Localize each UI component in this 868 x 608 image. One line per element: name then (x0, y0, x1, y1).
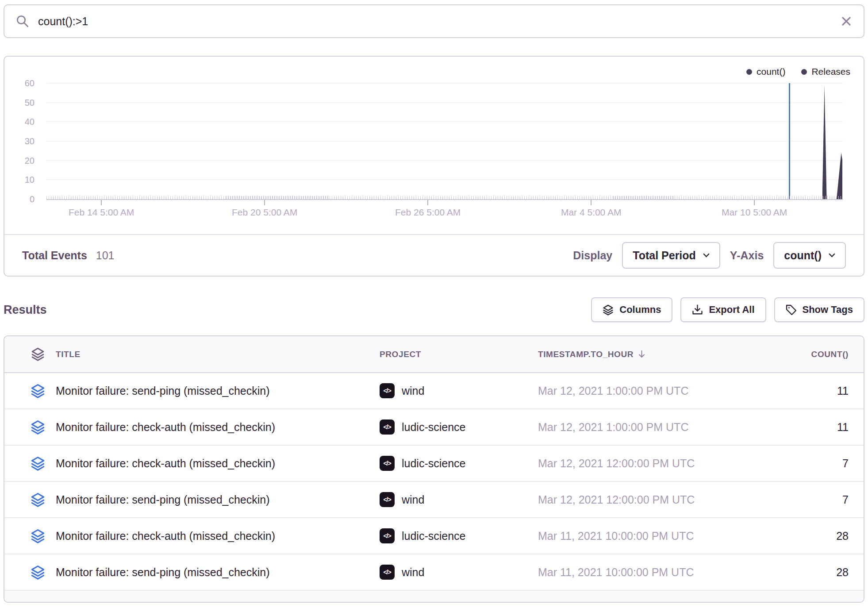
table-row[interactable]: Monitor failure: send-ping (missed_check… (4, 482, 864, 518)
column-header-timestamp[interactable]: TIMESTAMP.TO_HOUR (538, 350, 755, 359)
chart-footer: Total Events 101 Display Total Period Y-… (4, 234, 864, 276)
display-selected-value: Total Period (633, 249, 696, 262)
x-axis-tick-label: Feb 26 5:00 AM (370, 207, 485, 218)
gridline (46, 179, 843, 180)
table-row[interactable]: Monitor failure: send-ping (missed_check… (4, 373, 864, 409)
columns-button[interactable]: Columns (591, 297, 672, 322)
chevron-down-icon (829, 253, 835, 258)
row-project[interactable]: </> ludic-science (380, 419, 538, 435)
layers-icon (603, 304, 614, 316)
row-timestamp: Mar 12, 2021 1:00:00 PM UTC (538, 421, 755, 434)
row-project[interactable]: </> wind (380, 492, 538, 507)
search-icon (16, 15, 29, 28)
x-axis-tick-label: Feb 14 5:00 AM (44, 207, 159, 218)
columns-button-label: Columns (619, 304, 661, 316)
column-header-count[interactable]: COUNT() (755, 350, 864, 359)
yaxis-select[interactable]: count() (773, 242, 846, 269)
row-project-name: wind (402, 566, 424, 579)
row-count: 11 (755, 421, 864, 434)
results-header: Results Columns Export All (4, 297, 864, 322)
legend-label: Releases (811, 66, 850, 77)
row-project[interactable]: </> ludic-science (380, 456, 538, 471)
code-icon: </> (380, 456, 395, 471)
tag-icon (786, 304, 797, 316)
row-project[interactable]: </> ludic-science (380, 528, 538, 543)
row-timestamp: Mar 11, 2021 10:00:00 PM UTC (538, 530, 755, 543)
table-row[interactable]: Monitor failure: check-auth (missed_chec… (4, 409, 864, 446)
row-project[interactable]: </> wind (380, 383, 538, 398)
row-project[interactable]: </> wind (380, 565, 538, 580)
table-row[interactable]: Monitor failure: send-ping (missed_check… (4, 554, 864, 591)
total-events-value: 101 (96, 249, 115, 262)
x-axis-major-tick (754, 200, 755, 205)
legend-item-count[interactable]: count() (746, 66, 785, 77)
column-header-project[interactable]: PROJECT (380, 350, 538, 359)
row-count: 7 (755, 493, 864, 506)
row-count: 7 (755, 457, 864, 470)
table-row[interactable]: Monitor failure: check-auth (missed_chec… (4, 518, 864, 554)
legend-label: count() (757, 66, 785, 77)
column-header-timestamp-label: TIMESTAMP.TO_HOUR (538, 350, 634, 359)
display-select[interactable]: Total Period (622, 242, 720, 269)
y-axis-tick-label: 50 (4, 98, 35, 108)
row-title[interactable]: Monitor failure: check-auth (missed_chec… (56, 457, 380, 470)
sort-desc-arrow-icon (637, 350, 646, 359)
row-timestamp: Mar 11, 2021 10:00:00 PM UTC (538, 566, 755, 579)
x-axis-major-tick (591, 200, 591, 205)
y-axis-tick-label: 30 (4, 136, 35, 146)
row-title[interactable]: Monitor failure: send-ping (missed_check… (56, 566, 380, 579)
row-project-name: wind (402, 385, 424, 397)
stack-icon (19, 529, 56, 543)
search-input[interactable] (37, 15, 833, 28)
code-icon: </> (380, 528, 395, 543)
legend-dot-icon (746, 69, 752, 75)
download-icon (692, 304, 703, 316)
x-axis-tick-label: Mar 10 5:00 AM (697, 207, 812, 218)
stack-icon (19, 456, 56, 471)
row-title[interactable]: Monitor failure: send-ping (missed_check… (56, 493, 380, 506)
legend-item-releases[interactable]: Releases (801, 66, 850, 77)
stack-icon (19, 420, 56, 435)
gridline (46, 121, 843, 122)
table-row[interactable]: Monitor failure: check-auth (missed_chec… (4, 446, 864, 482)
code-icon: </> (380, 565, 395, 580)
gridline (46, 83, 843, 84)
code-icon: </> (380, 419, 395, 435)
yaxis-label: Y-Axis (730, 249, 764, 262)
legend-dot-icon (801, 69, 807, 75)
column-header-title[interactable]: TITLE (56, 350, 380, 359)
y-axis-tick-label: 60 (4, 78, 35, 89)
x-axis-major-tick (264, 200, 265, 205)
row-count: 11 (755, 385, 864, 397)
export-all-button[interactable]: Export All (680, 297, 766, 322)
row-project-name: ludic-science (402, 530, 466, 543)
clear-search-icon[interactable] (841, 15, 852, 27)
y-axis-tick-label: 10 (4, 175, 35, 185)
row-project-name: wind (402, 493, 424, 506)
gridline (46, 141, 843, 142)
row-project-name: ludic-science (402, 421, 466, 434)
chart-panel: count() Releases 6050403020100 Feb 14 5:… (4, 56, 864, 277)
y-axis-labels: 6050403020100 (4, 83, 35, 199)
row-timestamp: Mar 12, 2021 1:00:00 PM UTC (538, 385, 755, 397)
show-tags-button[interactable]: Show Tags (774, 297, 865, 322)
search-bar[interactable] (4, 4, 864, 38)
show-tags-button-label: Show Tags (803, 304, 853, 316)
stack-icon (19, 384, 56, 398)
y-axis-tick-label: 20 (4, 156, 35, 166)
row-title[interactable]: Monitor failure: send-ping (missed_check… (56, 385, 380, 397)
release-marker-line (789, 83, 790, 199)
x-axis-major-tick (101, 200, 102, 205)
stack-icon[interactable] (19, 347, 56, 361)
row-timestamp: Mar 12, 2021 12:00:00 PM UTC (538, 493, 755, 506)
code-icon: </> (380, 383, 395, 398)
x-axis-tick-label: Mar 4 5:00 AM (534, 207, 649, 218)
y-axis-tick-label: 40 (4, 117, 35, 127)
display-label: Display (573, 249, 612, 262)
row-title[interactable]: Monitor failure: check-auth (missed_chec… (56, 530, 380, 543)
row-count: 28 (755, 530, 864, 543)
table-footer (4, 591, 864, 602)
row-title[interactable]: Monitor failure: check-auth (missed_chec… (56, 421, 380, 434)
x-axis-tick-label: Feb 20 5:00 AM (207, 207, 322, 218)
row-timestamp: Mar 12, 2021 12:00:00 PM UTC (538, 457, 755, 470)
